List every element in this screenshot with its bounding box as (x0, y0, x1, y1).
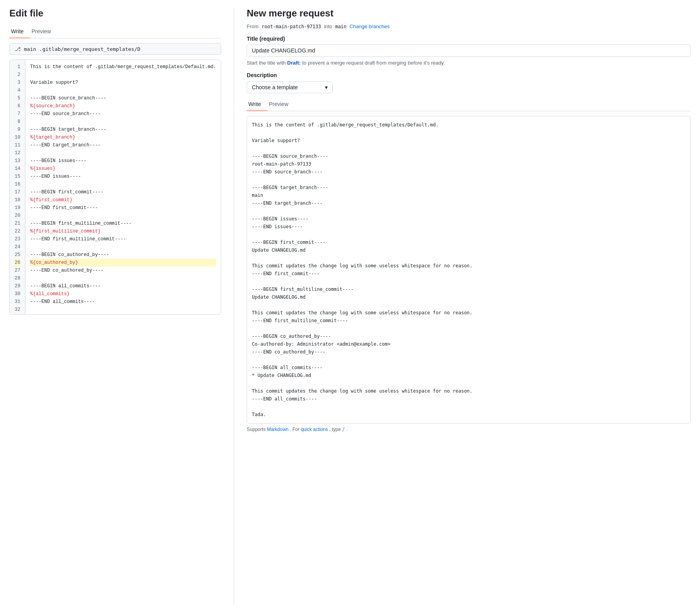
line-number: 23 (14, 235, 20, 243)
line-number: 1 (14, 63, 20, 71)
desc-line: ----BEGIN first_commit---- (252, 238, 686, 246)
code-line: ----END first_multiline_commit---- (30, 235, 216, 243)
code-line: ----BEGIN target_branch---- (30, 126, 216, 133)
line-number: 10 (14, 133, 20, 141)
desc-line (252, 356, 686, 364)
desc-line (252, 403, 686, 411)
desc-line: ----END target_branch---- (252, 199, 686, 207)
title-field-label: Title (required) (247, 36, 691, 42)
line-number: 18 (14, 196, 20, 204)
description-editor[interactable]: This is the content of .gitlab/merge_req… (247, 116, 691, 424)
code-line (30, 149, 216, 157)
line-number: 11 (14, 141, 20, 149)
mr-tab-preview[interactable]: Preview (267, 98, 295, 111)
line-number: 15 (14, 173, 20, 180)
line-number: 19 (14, 204, 20, 212)
desc-line: ----BEGIN target_branch---- (252, 184, 686, 191)
line-number: 22 (14, 227, 20, 235)
desc-line: ----END issues---- (252, 223, 686, 231)
code-line: ----BEGIN co_authored_by---- (30, 251, 216, 259)
code-line (30, 118, 216, 126)
code-editor[interactable]: 1234567891011121314151617181920212223242… (9, 59, 221, 315)
code-line: Variable support? (30, 79, 216, 87)
desc-line: This commit updates the change log with … (252, 309, 686, 317)
line-number: 3 (14, 79, 20, 87)
source-branch: root-main-patch-97133 (260, 23, 323, 30)
line-number: 31 (14, 298, 20, 306)
code-line: %{co_authored_by} (30, 259, 216, 267)
desc-line: This commit updates the change log with … (252, 387, 686, 395)
code-line: %{issues} (30, 165, 216, 173)
tab-write[interactable]: Write (9, 25, 30, 38)
code-line: ----END source_branch---- (30, 110, 216, 118)
draft-keyword: Draft: (287, 60, 301, 66)
desc-line: ----BEGIN source_branch---- (252, 152, 686, 160)
line-number: 24 (14, 243, 20, 251)
mr-tab-write[interactable]: Write (247, 98, 267, 111)
line-number: 6 (14, 102, 20, 110)
line-number: 2 (14, 71, 20, 79)
code-line: ----BEGIN all_commits---- (30, 282, 216, 290)
desc-line: ----END all_commits---- (252, 395, 686, 403)
description-label: Description (247, 72, 691, 78)
line-number: 32 (14, 306, 20, 314)
desc-line: ----END first_commit---- (252, 270, 686, 278)
code-line: ----END all_commits---- (30, 298, 216, 306)
desc-line: ----END co_authored_by---- (252, 348, 686, 356)
line-number: 13 (14, 157, 20, 165)
code-line: ----END target_branch---- (30, 141, 216, 149)
choose-template-dropdown[interactable]: Choose a template ▾ (247, 81, 333, 93)
code-line: ----BEGIN first_commit---- (30, 188, 216, 196)
code-line: %{target_branch} (30, 133, 216, 141)
line-number: 7 (14, 110, 20, 118)
code-line (30, 306, 216, 314)
desc-line (252, 325, 686, 332)
desc-line (252, 144, 686, 152)
code-line: ----END co_authored_by---- (30, 267, 216, 274)
target-branch: main (334, 23, 348, 30)
desc-line (252, 254, 686, 262)
title-input[interactable] (247, 44, 691, 57)
desc-line: This commit updates the change log with … (252, 262, 686, 270)
code-line: ----BEGIN source_branch---- (30, 94, 216, 102)
desc-line: Co-authored-by: Administrator <admin@exa… (252, 340, 686, 348)
desc-line: Update CHANGELOG.md (252, 246, 686, 254)
line-number: 8 (14, 118, 20, 126)
line-number: 5 (14, 94, 20, 102)
desc-line (252, 379, 686, 387)
left-panel: Edit file Write Preview ⎇ main .gitlab/m… (9, 8, 234, 605)
line-number: 17 (14, 188, 20, 196)
code-line: %{all_commits} (30, 290, 216, 298)
line-number: 21 (14, 220, 20, 227)
code-line: %{source_branch} (30, 102, 216, 110)
line-number: 30 (14, 290, 20, 298)
desc-line: Update CHANGELOG.md (252, 293, 686, 301)
description-footer: Supports Markdown . For quick actions , … (247, 427, 691, 432)
code-content[interactable]: This is the content of .gitlab/merge_req… (25, 60, 221, 314)
code-line: Tada. (30, 314, 216, 314)
line-number: 28 (14, 274, 20, 282)
tab-preview[interactable]: Preview (30, 25, 57, 38)
line-number: 25 (14, 251, 20, 259)
line-number: 16 (14, 180, 20, 188)
desc-line: Variable support? (252, 137, 686, 144)
code-line: ----END first_commit---- (30, 204, 216, 212)
choose-template-label: Choose a template (252, 84, 298, 90)
quick-actions-code: / (342, 427, 345, 432)
code-line: This is the content of .gitlab/merge_req… (30, 63, 216, 71)
code-line (30, 71, 216, 79)
markdown-link[interactable]: Markdown (267, 427, 289, 432)
line-number: 9 (14, 126, 20, 133)
change-branches-link[interactable]: Change branches (350, 23, 390, 29)
branch-name: main (24, 46, 36, 52)
desc-line: ----BEGIN all_commits---- (252, 364, 686, 371)
merge-request-title: New merge request (247, 8, 691, 19)
line-number: 33 (14, 314, 20, 314)
desc-line: ----BEGIN first_multiline_commit---- (252, 285, 686, 293)
code-line: ----BEGIN issues---- (30, 157, 216, 165)
quick-actions-link[interactable]: quick actions (301, 427, 328, 432)
code-line (30, 212, 216, 220)
right-panel: New merge request From root-main-patch-9… (234, 8, 691, 605)
desc-line (252, 301, 686, 309)
desc-line (252, 176, 686, 184)
